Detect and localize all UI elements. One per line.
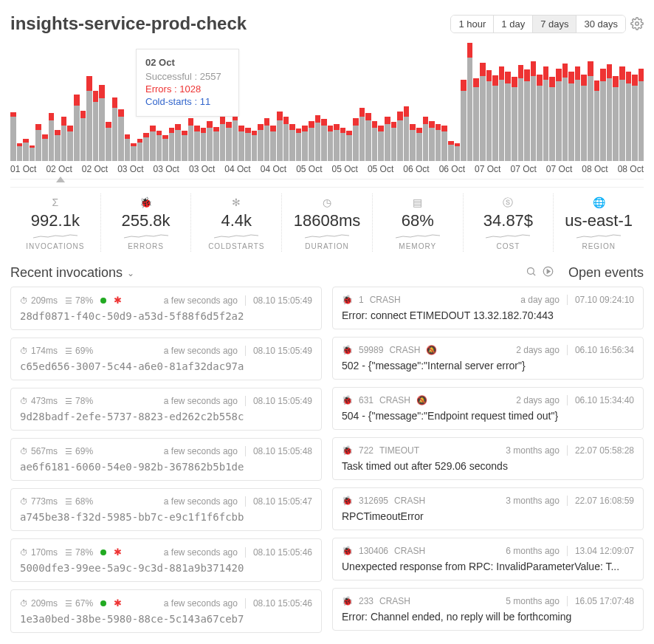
chart-bar[interactable]	[156, 131, 162, 161]
chart-bar[interactable]	[321, 119, 327, 161]
chart-bar[interactable]	[309, 121, 314, 161]
chart-bar[interactable]	[220, 117, 226, 161]
chart-bar[interactable]	[429, 121, 435, 161]
chart-bar[interactable]	[518, 65, 524, 161]
invocation-card[interactable]: 773ms 68%a few seconds ago08.10 15:05:47…	[10, 488, 322, 531]
chart-bar[interactable]	[328, 126, 334, 161]
chart-bar[interactable]	[441, 126, 447, 161]
chart-bar[interactable]	[137, 139, 143, 161]
chart-bar[interactable]	[480, 63, 486, 161]
chart-bar[interactable]	[315, 115, 321, 161]
chart-bar[interactable]	[125, 134, 131, 161]
chart-bar[interactable]	[537, 75, 543, 161]
chart-bar[interactable]	[67, 126, 73, 161]
stat-cost[interactable]: ⓢ34.87$COST	[464, 193, 554, 252]
chart-bar[interactable]	[448, 141, 454, 161]
play-icon[interactable]	[543, 266, 554, 280]
event-card[interactable]: 🐞 130406 CRASH 6 months ago13.04 12:09:0…	[332, 538, 644, 580]
invocation-card[interactable]: 209ms 78% ✱a few seconds ago08.10 15:05:…	[10, 287, 322, 330]
stat-duration[interactable]: ◷18608msDURATION	[282, 193, 373, 252]
chart-bar[interactable]	[35, 124, 41, 161]
event-card[interactable]: 🐞 1 CRASH a day ago07.10 09:24:10Error: …	[332, 287, 644, 329]
chart-bar[interactable]	[588, 61, 593, 161]
chart-bar[interactable]	[289, 124, 295, 161]
chart-bar[interactable]	[607, 64, 613, 161]
chart-bar[interactable]	[296, 129, 302, 161]
chart-bar[interactable]	[283, 117, 289, 161]
chart-bar[interactable]	[543, 66, 549, 161]
event-card[interactable]: 🐞 59989 CRASH 🔕2 days ago06.10 16:56:345…	[332, 337, 644, 380]
chart-bar[interactable]	[118, 109, 124, 161]
chart-bar[interactable]	[619, 66, 625, 161]
chart-bar[interactable]	[207, 121, 213, 161]
chart-bar[interactable]	[106, 122, 111, 161]
chart-bar[interactable]	[201, 128, 207, 161]
chart-bar[interactable]	[512, 77, 517, 161]
chart-bar[interactable]	[365, 113, 371, 161]
chart-bar[interactable]	[346, 131, 352, 161]
chart-bar[interactable]	[556, 69, 562, 161]
chart-bar[interactable]	[531, 61, 537, 161]
stat-memory[interactable]: ▤68%MEMORY	[373, 193, 464, 252]
invocation-card[interactable]: 567ms 69%a few seconds ago08.10 15:05:48…	[10, 438, 322, 481]
chart-bar[interactable]	[55, 130, 61, 161]
stat-region[interactable]: 🌐us-east-1REGION	[554, 193, 644, 252]
chart-bar[interactable]	[499, 66, 505, 161]
gear-icon[interactable]	[630, 17, 644, 30]
chart-bar[interactable]	[302, 126, 308, 161]
range-1-day[interactable]: 1 day	[494, 16, 533, 32]
chart-bar[interactable]	[436, 124, 441, 161]
range-1-hour[interactable]: 1 hour	[451, 16, 494, 32]
chart-bar[interactable]	[182, 131, 187, 161]
chart-bar[interactable]	[270, 126, 276, 161]
event-card[interactable]: 🐞 312695 CRASH 3 months ago22.07 16:08:5…	[332, 487, 644, 530]
chart-bar[interactable]	[416, 128, 422, 161]
stat-errors[interactable]: 🐞255.8kERRORS	[101, 193, 192, 252]
chart-bar[interactable]	[473, 78, 479, 161]
chart-bar[interactable]	[391, 122, 397, 161]
invocation-card[interactable]: 174ms 69%a few seconds ago08.10 15:05:49…	[10, 338, 322, 380]
chart-bar[interactable]	[93, 91, 99, 161]
chart-bar[interactable]	[353, 118, 359, 161]
range-slider-thumb[interactable]	[56, 177, 65, 182]
chart-bar[interactable]	[86, 76, 92, 161]
chart-bar[interactable]	[524, 69, 530, 161]
invocations-chart[interactable]: 02 Oct Successful : 2557 Errors : 1028 C…	[10, 41, 644, 174]
chart-bar[interactable]	[581, 75, 587, 161]
chart-bar[interactable]	[213, 127, 219, 161]
chart-bar[interactable]	[277, 112, 283, 161]
chart-bar[interactable]	[397, 112, 403, 161]
chart-bar[interactable]	[162, 135, 168, 161]
chart-bar[interactable]	[378, 126, 384, 161]
chart-bar[interactable]	[404, 106, 410, 161]
chart-bar[interactable]	[99, 85, 105, 161]
chart-bar[interactable]	[594, 80, 600, 161]
chart-bar[interactable]	[334, 124, 340, 161]
chart-bar[interactable]	[258, 124, 264, 161]
chart-bar[interactable]	[150, 126, 156, 161]
chart-bar[interactable]	[385, 117, 390, 161]
chart-bar[interactable]	[30, 145, 35, 161]
chart-bar[interactable]	[169, 128, 175, 161]
chart-range-slider[interactable]	[10, 179, 644, 188]
range-7-days[interactable]: 7 days	[533, 16, 576, 32]
chart-bar[interactable]	[10, 112, 16, 161]
chart-bar[interactable]	[455, 143, 461, 161]
chart-bar[interactable]	[23, 139, 29, 161]
chart-bar[interactable]	[600, 69, 606, 161]
event-card[interactable]: 🐞 631 CRASH 🔕2 days ago06.10 15:34:40504…	[332, 387, 644, 430]
chart-bar[interactable]	[486, 70, 492, 161]
chart-bar[interactable]	[492, 75, 498, 161]
chart-bar[interactable]	[423, 117, 429, 161]
chart-bar[interactable]	[568, 72, 574, 161]
invocation-card[interactable]: 209ms 67% ✱a few seconds ago08.10 15:05:…	[10, 589, 322, 633]
chart-bar[interactable]	[505, 72, 511, 161]
chart-bar[interactable]	[575, 66, 581, 161]
chart-bar[interactable]	[252, 131, 258, 161]
chart-bar[interactable]	[410, 124, 416, 161]
chart-bar[interactable]	[549, 77, 555, 161]
chart-bar[interactable]	[461, 80, 467, 161]
chart-bar[interactable]	[245, 128, 251, 161]
chart-bar[interactable]	[613, 76, 619, 161]
chart-bar[interactable]	[226, 122, 232, 161]
